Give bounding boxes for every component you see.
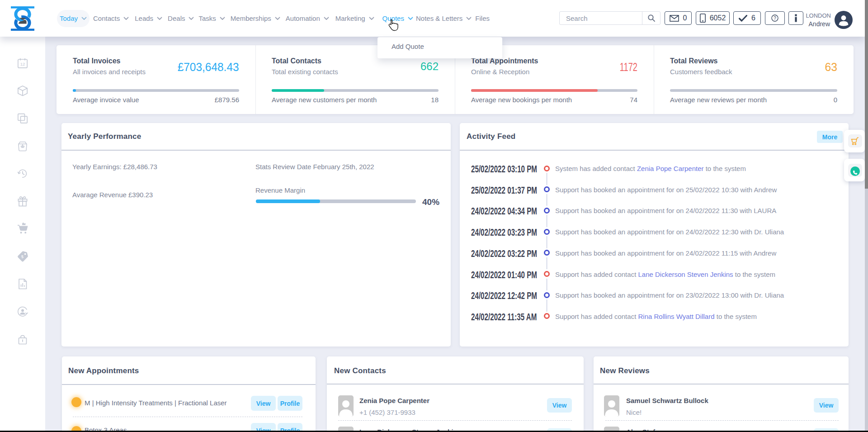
- svg-text:$: $: [21, 255, 24, 259]
- svg-text:?: ?: [774, 16, 776, 21]
- svg-text:12: 12: [20, 62, 25, 66]
